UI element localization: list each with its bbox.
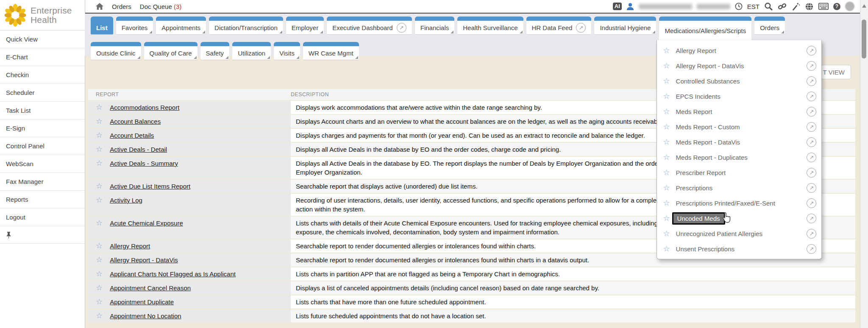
external-link-icon[interactable]: [807, 46, 816, 56]
menu-item-prescriptions[interactable]: Prescriptions: [657, 180, 821, 195]
favorite-star-icon[interactable]: [663, 47, 670, 54]
menu-item-meds-report-datavis[interactable]: Meds Report - DataVis: [657, 134, 821, 150]
globe-icon[interactable]: [805, 2, 814, 11]
favorite-star-icon[interactable]: [663, 245, 670, 253]
report-link[interactable]: Acute Chemical Exposure: [110, 219, 183, 228]
sidebar-item-quick-view[interactable]: Quick View: [0, 31, 85, 48]
menu-item-epcs-incidents[interactable]: EPCS Incidents: [657, 89, 821, 104]
tab-wr-case-mgmt[interactable]: WR Case Mgmt: [303, 42, 359, 60]
report-link[interactable]: Applicant Charts Not Flagged as Is Appli…: [110, 270, 236, 278]
external-link-icon[interactable]: [807, 214, 816, 223]
sidebar-item-e-chart[interactable]: E-Chart: [0, 48, 85, 66]
favorite-star-icon[interactable]: [663, 77, 670, 85]
external-link-icon[interactable]: [807, 76, 816, 86]
favorite-star-icon[interactable]: [663, 230, 670, 237]
tab-utilization[interactable]: Utilization: [232, 42, 271, 60]
favorite-star-icon[interactable]: [663, 169, 670, 176]
tab-executive-dashboard[interactable]: Executive Dashboard: [327, 17, 412, 34]
report-link[interactable]: Accommodations Report: [110, 103, 179, 112]
ai-badge[interactable]: AI: [613, 3, 622, 10]
external-link-icon[interactable]: [807, 198, 816, 208]
report-link[interactable]: Activity Log: [110, 196, 142, 205]
favorite-star-icon[interactable]: [96, 103, 103, 111]
menu-item-controlled-substances[interactable]: Controlled Substances: [657, 73, 821, 89]
tab-quality-of-care[interactable]: Quality of Care: [144, 42, 198, 60]
external-link-icon[interactable]: [397, 23, 406, 33]
report-link[interactable]: Appointment Cancel Reason: [110, 284, 191, 292]
tab-dictation-transcription[interactable]: Dictation/Transcription: [209, 17, 283, 34]
user-icon[interactable]: [626, 3, 634, 10]
tab-safety[interactable]: Safety: [200, 42, 230, 60]
tab-medications-allergies-scripts[interactable]: Medications/Allergies/Scripts Allergy Re…: [659, 17, 751, 40]
report-link[interactable]: Active Deals - Detail: [110, 145, 167, 154]
external-link-icon[interactable]: [807, 183, 816, 193]
favorite-star-icon[interactable]: [96, 256, 103, 264]
tab-hr-data-feed[interactable]: HR Data Feed: [526, 17, 592, 34]
favorite-star-icon[interactable]: [96, 242, 103, 250]
favorite-star-icon[interactable]: [663, 92, 670, 100]
favorite-star-icon[interactable]: [96, 117, 103, 125]
favorite-star-icon[interactable]: [96, 298, 103, 306]
tab-orders[interactable]: Orders: [754, 17, 785, 34]
menu-item-prescriptions-printed-faxed-e-sent[interactable]: Prescriptions Printed/Faxed/E-Sent: [657, 195, 821, 211]
home-icon[interactable]: [96, 3, 103, 10]
favorite-star-icon[interactable]: [663, 108, 670, 115]
external-link-icon[interactable]: [807, 122, 816, 132]
favorite-star-icon[interactable]: [663, 153, 670, 161]
tab-industrial-hygiene[interactable]: Industrial Hygiene: [594, 17, 656, 34]
external-link-icon[interactable]: [807, 61, 816, 71]
favorite-star-icon[interactable]: [96, 270, 103, 278]
help-icon[interactable]: [833, 3, 840, 10]
external-link-icon[interactable]: [807, 244, 816, 254]
sidebar-item-reports[interactable]: Reports: [0, 191, 85, 208]
report-link[interactable]: Account Balances: [110, 117, 161, 126]
favorite-star-icon[interactable]: [663, 184, 670, 192]
menu-item-prescriber-report[interactable]: Prescriber Report: [657, 165, 821, 180]
sidebar-item-e-sign[interactable]: E-Sign: [0, 120, 85, 137]
nav-orders-link[interactable]: Orders: [112, 3, 131, 10]
sidebar-item-control-panel[interactable]: Control Panel: [0, 137, 85, 155]
scrollbar-thumb[interactable]: [862, 19, 866, 58]
menu-item-allergy-report[interactable]: Allergy Report: [657, 43, 821, 58]
report-link[interactable]: Account Details: [110, 131, 154, 140]
tab-favorites[interactable]: Favorites: [116, 17, 153, 34]
wand-icon[interactable]: [791, 2, 800, 11]
sidebar-item-checkin[interactable]: Checkin: [0, 66, 85, 84]
menu-item-unsent-prescriptions[interactable]: Unsent Prescriptions: [657, 241, 821, 256]
favorite-star-icon[interactable]: [663, 123, 670, 131]
favorite-star-icon[interactable]: [663, 199, 670, 207]
favorite-star-icon[interactable]: [663, 138, 670, 146]
favorite-star-icon[interactable]: [96, 131, 103, 139]
menu-item-meds-report-duplicates[interactable]: Meds Report - Duplicates: [657, 150, 821, 165]
menu-item-meds-report[interactable]: Meds Report: [657, 104, 821, 119]
keyboard-icon[interactable]: [818, 3, 829, 10]
external-link-icon[interactable]: [807, 92, 816, 101]
external-link-icon[interactable]: [807, 137, 816, 147]
menu-item-allergy-report-datavis[interactable]: Allergy Report - DataVis: [657, 58, 821, 73]
sidebar-item-fax-manager[interactable]: Fax Manager: [0, 173, 85, 191]
report-link[interactable]: Active Due List Items Report: [110, 182, 190, 191]
vertical-scrollbar[interactable]: [860, 0, 868, 328]
favorite-star-icon[interactable]: [96, 196, 103, 204]
search-icon[interactable]: [764, 2, 773, 11]
sidebar-item-logout[interactable]: Logout: [0, 208, 85, 226]
favorite-star-icon[interactable]: [96, 182, 103, 190]
uncoded-meds-highlighted[interactable]: Uncoded Meds: [672, 212, 725, 225]
external-link-icon[interactable]: [807, 229, 816, 239]
favorite-star-icon[interactable]: [663, 214, 670, 222]
tab-health-surveillance[interactable]: Health Surveillance: [457, 17, 523, 34]
menu-item-meds-report-custom[interactable]: Meds Report - Custom: [657, 119, 821, 134]
sidebar-item-scheduler[interactable]: Scheduler: [0, 84, 85, 102]
pin-icon[interactable]: [6, 231, 11, 239]
tab-list[interactable]: List: [91, 17, 113, 34]
favorite-star-icon[interactable]: [96, 312, 103, 320]
external-link-icon[interactable]: [807, 168, 816, 178]
tab-appointments[interactable]: Appointments: [156, 17, 206, 34]
favorite-star-icon[interactable]: [96, 159, 103, 167]
menu-item-uncoded-meds[interactable]: Uncoded Meds: [657, 211, 821, 226]
nav-doc-queue-link[interactable]: Doc Queue (3): [140, 3, 181, 10]
scrollbar-up-arrow-icon[interactable]: [862, 4, 866, 8]
report-link[interactable]: Allergy Report: [110, 242, 150, 250]
link-icon[interactable]: [778, 2, 787, 11]
report-link[interactable]: Allergy Report - DataVis: [110, 256, 178, 264]
